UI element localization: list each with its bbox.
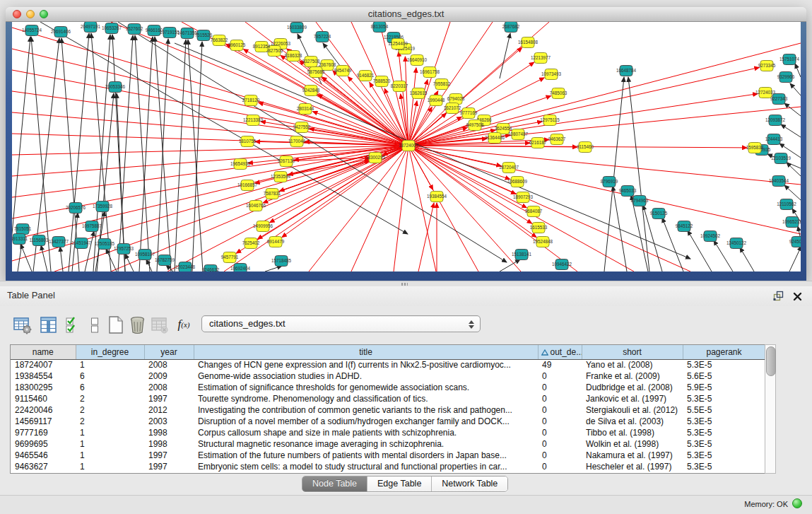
graph-node[interactable]: 9684087 bbox=[525, 206, 543, 217]
graph-node[interactable]: 8220317 bbox=[391, 81, 408, 92]
divider-handle-icon[interactable] bbox=[401, 283, 408, 286]
table-row[interactable]: 977716911998Corpus callosum shape and si… bbox=[11, 427, 765, 438]
graph-node[interactable]: 6914479 bbox=[267, 237, 285, 247]
graph-node[interactable]: 8912354 bbox=[253, 42, 271, 52]
table-cell[interactable]: 1997 bbox=[144, 393, 194, 404]
column-header-in_degree[interactable]: in_degree bbox=[76, 345, 144, 359]
table-cell[interactable]: 9463627 bbox=[11, 461, 76, 472]
graph-node[interactable]: 9845122 bbox=[676, 221, 693, 232]
graph-node[interactable]: 9329966 bbox=[777, 72, 795, 83]
graph-node[interactable]: 20497191 bbox=[81, 22, 101, 33]
table-settings-icon[interactable] bbox=[12, 315, 32, 334]
graph-node[interactable]: 10924502 bbox=[700, 231, 721, 242]
table-cell[interactable]: 2 bbox=[76, 393, 144, 404]
table-cell[interactable]: 1 bbox=[76, 359, 144, 370]
graph-node[interactable]: 19166857 bbox=[237, 180, 258, 191]
table-cell[interactable]: 5.3E-5 bbox=[683, 427, 765, 438]
graph-node[interactable]: 20053346 bbox=[105, 82, 126, 93]
graph-node[interactable]: 16154808 bbox=[518, 37, 539, 48]
table-cell[interactable]: 0 bbox=[538, 393, 582, 404]
table-cell[interactable]: 18724007 bbox=[11, 359, 76, 370]
table-row[interactable]: 946554611997Estimation of the future num… bbox=[11, 450, 765, 461]
table-cell[interactable]: Corpus callosum shape and size in male p… bbox=[194, 427, 538, 438]
graph-node[interactable]: 1362615 bbox=[410, 88, 428, 99]
graph-node[interactable]: 9242848 bbox=[302, 86, 320, 96]
table-cell[interactable]: Franke et al. (2009) bbox=[582, 370, 683, 382]
graph-node[interactable]: 9327508 bbox=[302, 57, 320, 67]
graph-node[interactable]: 3913311 bbox=[12, 234, 28, 245]
table-cell[interactable]: Investigating the contribution of common… bbox=[194, 404, 538, 416]
graph-node[interactable]: 7857224 bbox=[314, 32, 331, 42]
column-header-name[interactable]: name bbox=[11, 345, 76, 359]
table-cell[interactable]: 5.5E-5 bbox=[683, 404, 765, 416]
column-header-title[interactable]: title bbox=[194, 345, 538, 359]
graph-node[interactable]: 17359928 bbox=[93, 201, 113, 212]
graph-node[interactable]: 9267130 bbox=[278, 156, 295, 167]
table-row[interactable]: 1456911722003Disruption of a novel membe… bbox=[11, 416, 765, 427]
graph-node[interactable]: 20691406 bbox=[51, 27, 71, 37]
graph-node[interactable]: 12450122 bbox=[726, 238, 747, 249]
table-cell[interactable]: Tourette syndrome. Phenomenology and cla… bbox=[194, 393, 538, 404]
table-scrollbar[interactable] bbox=[765, 344, 776, 474]
function-builder-icon[interactable]: f(x) bbox=[174, 315, 194, 334]
table-cell[interactable]: 2012 bbox=[144, 404, 194, 416]
graph-node[interactable]: 15718485 bbox=[271, 256, 292, 267]
graph-node[interactable]: 9146821 bbox=[357, 71, 375, 81]
graph-node[interactable]: 8796919 bbox=[601, 177, 618, 187]
graph-node[interactable]: 1170044 bbox=[288, 136, 306, 147]
table-cell[interactable]: 2009 bbox=[144, 370, 194, 382]
graph-node[interactable]: 7815051 bbox=[14, 224, 32, 235]
graph-node[interactable]: 7587831 bbox=[264, 189, 281, 199]
close-panel-icon[interactable] bbox=[793, 291, 802, 304]
table-cell[interactable]: 6 bbox=[76, 382, 144, 393]
graph-node[interactable]: 1527602 bbox=[126, 24, 143, 35]
graph-node[interactable]: 16033809 bbox=[287, 23, 307, 33]
table-row[interactable]: 946362711997Embryonic stem cells: a mode… bbox=[11, 461, 765, 472]
table-cell[interactable]: Stergiakouli et al. (2012) bbox=[582, 404, 683, 416]
graph-node[interactable]: 20206576 bbox=[66, 203, 86, 214]
memory-status-icon[interactable] bbox=[792, 498, 802, 508]
graph-node[interactable]: 10653267 bbox=[102, 23, 122, 34]
graph-node[interactable]: 6497508 bbox=[466, 120, 484, 131]
table-cell[interactable]: 1 bbox=[76, 438, 144, 450]
tab-node-table[interactable]: Node Table bbox=[302, 477, 367, 491]
table-cell[interactable]: 1 bbox=[76, 427, 144, 438]
table-cell[interactable]: 1997 bbox=[144, 450, 194, 461]
graph-node[interactable]: 2803144 bbox=[297, 104, 314, 115]
scrollbar-thumb[interactable] bbox=[766, 346, 776, 376]
table-cell[interactable]: 2 bbox=[76, 404, 144, 416]
graph-node[interactable]: 9457791 bbox=[221, 252, 239, 263]
column-header-year[interactable]: year bbox=[144, 345, 194, 359]
table-cell[interactable]: 5.3E-5 bbox=[683, 393, 765, 404]
graph-node[interactable]: 10688609 bbox=[507, 177, 528, 187]
table-row[interactable]: 911546021997Tourette syndrome. Phenomeno… bbox=[11, 393, 765, 404]
graph-node[interactable]: 9245012 bbox=[789, 237, 801, 247]
panel-divider[interactable] bbox=[0, 281, 812, 286]
graph-node[interactable]: 12213383 bbox=[243, 115, 264, 126]
table-cell[interactable]: 5.6E-5 bbox=[683, 370, 765, 382]
graph-node[interactable]: 5875685 bbox=[307, 67, 325, 78]
graph-node[interactable]: 9227343 bbox=[770, 94, 788, 105]
table-cell[interactable]: 18300295 bbox=[11, 382, 76, 393]
graph-node[interactable]: 10958107 bbox=[135, 250, 155, 260]
graph-node[interactable]: 9463627 bbox=[548, 134, 566, 145]
table-cell[interactable]: Dudbridge et al. (2008) bbox=[582, 382, 683, 393]
graph-node[interactable]: 9115460 bbox=[577, 142, 594, 153]
table-cell[interactable]: 0 bbox=[538, 438, 582, 450]
table-cell[interactable]: 2008 bbox=[144, 359, 194, 370]
new-column-icon[interactable] bbox=[106, 315, 126, 334]
graph-node[interactable]: 10403544 bbox=[769, 176, 789, 187]
table-cell[interactable]: Disruption of a novel member of a sodium… bbox=[194, 416, 538, 427]
graph-node[interactable]: 7588520 bbox=[373, 76, 391, 87]
graph-node[interactable]: 7485063 bbox=[550, 88, 567, 99]
delete-column-icon[interactable] bbox=[127, 315, 147, 334]
table-cell[interactable]: 1 bbox=[76, 461, 144, 472]
table-cell[interactable]: 1998 bbox=[144, 438, 194, 450]
table-cell[interactable]: Estimation of significance thresholds fo… bbox=[194, 382, 538, 393]
deselect-all-icon[interactable] bbox=[85, 315, 105, 334]
table-cell[interactable]: Wolkin et al. (1998) bbox=[582, 438, 683, 450]
graph-node[interactable]: 6216187 bbox=[529, 138, 547, 148]
table-cell[interactable]: 0 bbox=[538, 461, 582, 472]
table-cell[interactable]: 1 bbox=[76, 450, 144, 461]
table-cell[interactable]: 2008 bbox=[144, 382, 194, 393]
